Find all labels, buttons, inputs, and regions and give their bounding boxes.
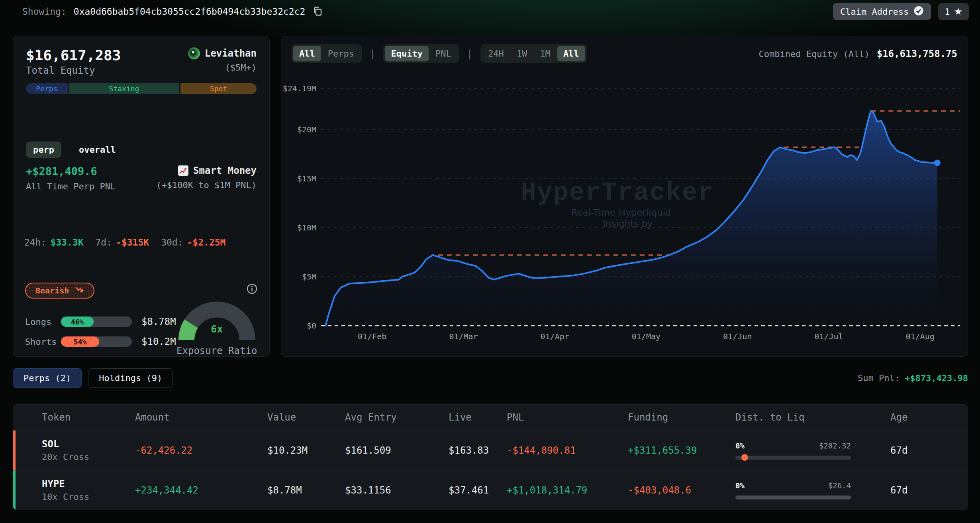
trader-badge: Leviathan: [188, 47, 257, 59]
allocation-segment-perps[interactable]: Perps: [26, 83, 68, 94]
shorts-value: $10.2M: [141, 336, 176, 347]
longs-value: $8.78M: [141, 316, 176, 327]
smart-money-range: (+$100K to $1M PNL): [156, 180, 257, 190]
metric-tab-group: EquityPNL: [383, 44, 459, 63]
row-stripe: [13, 470, 16, 510]
positions-tab-group: Perps (2)Holdings (9): [13, 368, 179, 388]
range-tab-group: 24H1W1MAll: [480, 44, 587, 63]
dist-to-liq-cell: 0%$26.4: [735, 481, 851, 499]
period-value: $33.3K: [50, 237, 83, 248]
top-bar: Showing: 0xa0d66bab5f04cb3055cc2f6b0494c…: [0, 0, 980, 21]
svg-text:Real-Time Hyperliquid: Real-Time Hyperliquid: [571, 207, 671, 218]
avg-entry-cell: $161.509: [345, 445, 449, 456]
equity-chart[interactable]: $24.19M$20M$15M$10M$5M$001/Feb01/Mar01/A…: [281, 71, 968, 357]
svg-text:HyperTracker: HyperTracker: [521, 179, 714, 207]
svg-text:01/Apr: 01/Apr: [541, 332, 569, 341]
metric-tab-pnl[interactable]: PNL: [429, 46, 457, 61]
exposure-gauge: 6x Exposure Ratio: [176, 300, 258, 356]
liq-slider-track: [735, 495, 851, 499]
token-name: SOL: [42, 438, 135, 450]
claim-address-label: Claim Address: [840, 7, 909, 17]
svg-text:01/Jun: 01/Jun: [723, 332, 752, 341]
position-row-sol[interactable]: SOL20x Cross-62,426.22$10.23M$161.509$16…: [13, 430, 968, 470]
column-header-live: Live: [449, 412, 507, 423]
positions-tabs-row: Perps (2)Holdings (9) Sum Pnl: +$873,423…: [13, 369, 968, 387]
age-cell: 67d: [890, 485, 968, 496]
position-row-hype[interactable]: HYPE10x Cross+234,344.42$8.78M$33.1156$3…: [13, 470, 968, 510]
star-count-button[interactable]: 1 ★: [938, 3, 969, 20]
info-icon[interactable]: [247, 283, 257, 296]
value-cell: $10.23M: [267, 445, 345, 456]
shorts-bar: 54%: [61, 336, 132, 347]
positions-tab-perps-2-[interactable]: Perps (2): [13, 368, 82, 388]
wallet-address: 0xa0d66bab5f04cb3055cc2f6b0494cb33be32c2…: [74, 6, 306, 17]
total-equity-value: $16,617,283: [26, 47, 121, 63]
period-pnl-1: 7d:-$315K: [95, 237, 149, 248]
row-stripe: [13, 431, 16, 470]
token-cell: SOL20x Cross: [42, 438, 135, 462]
allocation-bar: PerpsStakingSpot: [26, 83, 257, 94]
token-leverage: 10x Cross: [42, 492, 135, 502]
period-pnl-2: 30d:-$2.25M: [161, 237, 225, 248]
svg-text:Insights by: Insights by: [603, 218, 653, 229]
sentiment-label: Bearish: [35, 286, 69, 295]
scope-tab-overall[interactable]: overall: [72, 142, 123, 158]
svg-text:01/May: 01/May: [632, 332, 661, 341]
metric-tab-equity[interactable]: Equity: [385, 46, 428, 61]
smart-money-label: Smart Money: [193, 165, 257, 176]
liq-slider-thumb: [741, 454, 748, 461]
column-header-age: Age: [890, 412, 968, 423]
divider: |: [370, 48, 375, 59]
source-tab-perps[interactable]: Perps: [322, 46, 360, 61]
token-cell: HYPE10x Cross: [42, 478, 135, 502]
liq-price: $26.4: [828, 481, 851, 490]
source-tab-all[interactable]: All: [293, 46, 321, 61]
range-tab-1w[interactable]: 1W: [511, 46, 533, 61]
scope-tab-perp[interactable]: perp: [26, 142, 61, 158]
trader-name: Leviathan: [205, 48, 257, 59]
range-tab-1m[interactable]: 1M: [534, 46, 557, 61]
allocation-segment-spot[interactable]: Spot: [180, 83, 257, 94]
svg-text:01/Feb: 01/Feb: [358, 332, 386, 341]
live-cell: $163.83: [449, 445, 507, 456]
svg-text:01/Jul: 01/Jul: [814, 332, 843, 341]
svg-text:01/Aug: 01/Aug: [906, 332, 934, 341]
token-leverage: 20x Cross: [42, 452, 135, 462]
showing-label: Showing:: [22, 6, 67, 17]
column-header-dist-to-liq: Dist. to Liq: [735, 412, 890, 423]
longs-bar: 46%: [61, 317, 132, 327]
copy-address-button[interactable]: [312, 6, 323, 18]
positions-table: TokenAmountValueAvg EntryLivePNLFundingD…: [13, 404, 968, 510]
dragon-icon: [188, 47, 200, 59]
allocation-segment-staking[interactable]: Staking: [69, 83, 179, 94]
range-tab-24h[interactable]: 24H: [482, 46, 510, 61]
svg-text:01/Mar: 01/Mar: [449, 332, 478, 341]
period-label: 24h:: [24, 237, 46, 248]
equity-chart-card: AllPerps | EquityPNL | 24H1W1MAll Combin…: [281, 36, 968, 357]
positions-tab-holdings-9-[interactable]: Holdings (9): [88, 368, 173, 388]
svg-text:$24.19M: $24.19M: [283, 84, 316, 93]
live-cell: $37.461: [449, 485, 507, 496]
column-header-funding: Funding: [628, 412, 735, 423]
liq-slider-track: [735, 456, 851, 460]
liq-price: $202.32: [819, 441, 851, 450]
amount-cell: +234,344.42: [135, 485, 267, 496]
sum-pnl-label: Sum Pnl:: [858, 373, 900, 383]
exposure-ratio-value: 6x: [176, 323, 258, 335]
main-content: $16,617,283 Total Equity Leviathan ($5M+…: [0, 21, 980, 510]
pnl-cell: -$144,890.81: [507, 445, 628, 456]
claim-address-button[interactable]: Claim Address: [833, 3, 931, 20]
source-tab-group: AllPerps: [292, 44, 362, 63]
all-time-pnl-value: +$281,409.6: [26, 165, 116, 177]
svg-text:$5M: $5M: [302, 272, 316, 281]
shorts-fill: 54%: [61, 336, 99, 347]
column-header-token: Token: [42, 412, 135, 423]
pnl-scope-tabs: perpoverall: [26, 142, 257, 158]
range-tab-all[interactable]: All: [557, 46, 585, 61]
period-pnl-row: 24h:$33.3K7d:-$315K30d:-$2.25M: [13, 212, 269, 273]
avg-entry-cell: $33.1156: [345, 485, 449, 496]
all-time-pnl-label: All Time Perp PNL: [26, 181, 116, 191]
combined-equity-value: $16,613,758.75: [877, 48, 957, 59]
chart-increasing-icon: [178, 165, 188, 176]
svg-text:$20M: $20M: [297, 125, 316, 134]
